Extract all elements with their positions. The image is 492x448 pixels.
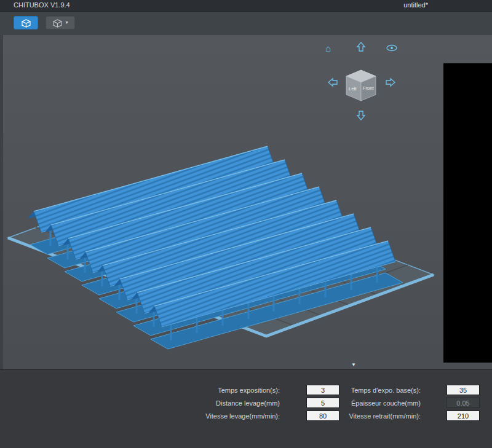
chitubox-window: CHITUBOX V1.9.4 untitled* ▾	[0, 0, 492, 448]
print-settings-panel: Temps exposition(s): Temps d'expo. base(…	[0, 369, 492, 448]
chevron-down-icon: ▾	[65, 20, 68, 25]
slice-preview-panel	[443, 63, 492, 363]
viewport-3d-scene[interactable]	[3, 35, 492, 369]
toolbar: ▾	[0, 12, 492, 36]
settings-collapse-handle[interactable]: ▼	[343, 361, 364, 369]
print-settings-grid: Temps exposition(s): Temps d'expo. base(…	[191, 383, 480, 422]
slice-settings-button[interactable]	[14, 16, 38, 29]
printer-box-icon	[52, 18, 63, 28]
exposure-time-input[interactable]	[306, 385, 339, 395]
rotate-down-arrow-icon[interactable]	[357, 111, 365, 120]
nav-cube-cluster: ⌂ Left Front	[322, 38, 408, 124]
layer-height-input	[446, 398, 480, 408]
lift-speed-label: Vitesse levage(mm/min):	[191, 412, 280, 420]
layer-height-label: Épaisseur couche(mm)	[339, 399, 421, 407]
chevron-down-icon: ▼	[351, 363, 356, 367]
view-cube-front-label: Front	[363, 85, 374, 91]
printer-box-icon	[21, 18, 31, 28]
slice-settings-dropdown-button[interactable]: ▾	[46, 16, 75, 29]
rotate-up-arrow-icon[interactable]	[357, 42, 365, 51]
lift-distance-input[interactable]	[306, 398, 339, 408]
viewport-3d[interactable]: ⌂ Left Front	[0, 35, 492, 369]
title-bar: CHITUBOX V1.9.4 untitled*	[0, 0, 492, 12]
base-exposure-time-input[interactable]	[446, 385, 480, 395]
base-exposure-time-label: Temps d'expo. base(s):	[339, 387, 421, 394]
retract-speed-input[interactable]	[446, 411, 480, 421]
lift-speed-input[interactable]	[306, 411, 339, 421]
rotate-right-arrow-icon[interactable]	[386, 79, 395, 86]
rotate-left-arrow-icon[interactable]	[328, 79, 337, 86]
document-title: untitled*	[403, 1, 428, 9]
eye-icon[interactable]	[387, 45, 397, 51]
model-group[interactable]	[28, 146, 403, 349]
settings-row: Distance levage(mm) Épaisseur couche(mm)	[191, 396, 480, 409]
lift-distance-label: Distance levage(mm)	[191, 399, 280, 407]
exposure-time-label: Temps exposition(s):	[191, 387, 280, 394]
home-icon[interactable]: ⌂	[325, 43, 331, 53]
retract-speed-label: Vitesse retrait(mm/min):	[339, 412, 421, 420]
settings-row: Temps exposition(s): Temps d'expo. base(…	[191, 383, 480, 396]
view-cube[interactable]: Left Front	[346, 70, 376, 101]
view-cube-left-label: Left	[349, 86, 357, 92]
app-title: CHITUBOX V1.9.4	[14, 1, 70, 9]
settings-row: Vitesse levage(mm/min): Vitesse retrait(…	[191, 409, 480, 422]
